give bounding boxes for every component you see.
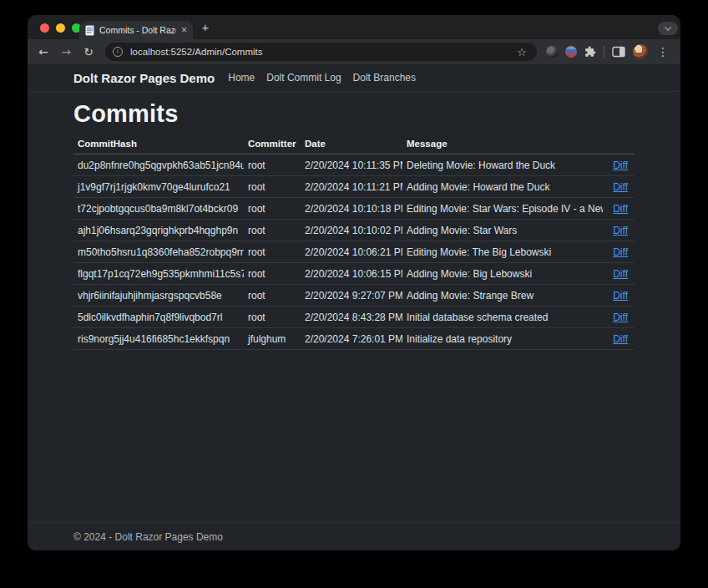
commit-hash: du2p8nfnre0hg5qgvpkh63ab51jcn84u [73,155,244,176]
toolbar-divider [604,46,604,58]
header-committer: Committer [244,135,301,155]
table-row: m50tho5hsru1q8360feha852robpq9rr root 2/… [73,241,635,263]
extension-icon[interactable] [546,46,558,58]
commit-date: 2/20/2024 10:06:15 PM [301,263,402,285]
tab-search-button[interactable] [658,22,678,35]
commit-committer: root [244,241,301,263]
commits-table: CommitHash Committer Date Message du2p8n… [73,135,635,350]
browser-window: Commits - Dolt Razor Pages Demo × + ← → … [28,15,680,550]
nav-link-dolt-commit-log[interactable]: Dolt Commit Log [266,72,341,84]
browser-toolbar: ← → ↻ i localhost:5252/Admin/Commits ☆ ⋮ [28,39,680,64]
extensions-puzzle-icon[interactable] [584,46,596,58]
commit-date: 2/20/2024 10:10:02 PM [301,220,402,241]
commit-message: Adding Movie: Strange Brew [402,285,603,307]
reload-icon[interactable]: ↻ [81,46,96,58]
diff-link[interactable]: Diff [613,246,628,258]
page-favicon-icon [85,25,94,36]
commit-hash: ris9norg5jj4u416fi685hc1ekkfspqn [73,328,244,350]
commit-committer: root [244,155,301,176]
forward-icon[interactable]: → [58,46,73,58]
commit-date: 2/20/2024 7:26:01 PM [301,328,402,350]
commit-committer: jfulghum [244,328,301,350]
table-row: vhjr6iinifajuhjihmjasrgspqcvb58e root 2/… [73,285,635,307]
table-row: j1v9gf7rj1rjgk0kmv70ge4lurufco21 root 2/… [73,176,635,198]
commit-date: 2/20/2024 10:11:35 PM [301,155,402,176]
table-row: ajh1j06hsarq23gqrighkprb4hqghp9n root 2/… [73,220,635,241]
nav-link-dolt-branches[interactable]: Dolt Branches [353,72,416,84]
header-diff [603,135,635,155]
commit-message: Editing Movie: Star Wars: Episode IV - a… [402,198,603,220]
commit-committer: root [244,285,301,307]
site-nav-links: Home Dolt Commit Log Dolt Branches [228,72,416,84]
commit-committer: root [244,307,301,328]
diff-link[interactable]: Diff [613,268,628,280]
diff-link[interactable]: Diff [613,160,628,171]
tab-strip: Commits - Dolt Razor Pages Demo × + [28,15,680,39]
back-icon[interactable]: ← [36,46,51,58]
table-header-row: CommitHash Committer Date Message [73,135,635,155]
traffic-lights[interactable] [40,23,81,33]
commit-committer: root [244,263,301,285]
bookmark-star-icon[interactable]: ☆ [514,47,529,58]
header-commithash: CommitHash [73,135,244,155]
commit-date: 2/20/2024 10:06:21 PM [301,241,402,263]
diff-link[interactable]: Diff [613,290,628,302]
close-tab-icon[interactable]: × [181,25,187,35]
commit-committer: root [244,176,301,198]
nav-link-home[interactable]: Home [228,72,255,84]
commit-hash: vhjr6iinifajuhjihmjasrgspqcvb58e [73,285,244,307]
diff-link[interactable]: Diff [613,312,628,323]
commit-message: Initial database schema created [402,307,603,328]
browser-menu-icon[interactable]: ⋮ [655,46,670,58]
commit-date: 2/20/2024 8:43:28 PM [301,307,402,328]
footer-text: © 2024 - Dolt Razor Pages Demo [73,531,223,543]
minimize-window-button[interactable] [56,23,65,33]
new-tab-button[interactable]: + [197,19,214,36]
close-window-button[interactable] [40,23,49,33]
profile-avatar[interactable] [633,44,648,59]
commit-message: Editing Movie: The Big Lebowski [402,241,603,263]
commit-date: 2/20/2024 10:10:18 PM [301,198,402,220]
commit-message: Deleting Movie: Howard the Duck [402,155,603,176]
header-message: Message [402,135,603,155]
chevron-down-icon [665,23,671,30]
diff-link[interactable]: Diff [613,203,628,215]
diff-link[interactable]: Diff [613,333,628,345]
diff-link[interactable]: Diff [613,225,628,236]
commit-hash: 5dlc0ilkvdfhaphin7q8f9livqbod7rl [73,307,244,328]
commit-hash: flgqt17p1cq72eh9g535pkmhmi11c5s7 [73,263,244,285]
commit-message: Adding Movie: Star Wars [402,220,603,241]
page-title: Commits [73,100,635,128]
commit-hash: t72cjpobtgqcus0ba9m8kl7ot4bckr09 [73,198,244,220]
commit-hash: ajh1j06hsarq23gqrighkprb4hqghp9n [73,220,244,241]
extension-icon[interactable] [565,46,577,58]
table-row: flgqt17p1cq72eh9g535pkmhmi11c5s7 root 2/… [73,263,635,285]
commit-committer: root [244,198,301,220]
main-content: Commits CommitHash Committer Date Messag… [28,100,680,350]
commit-date: 2/20/2024 10:11:21 PM [301,176,402,198]
site-brand[interactable]: Dolt Razor Pages Demo [73,71,215,85]
url-text[interactable]: localhost:5252/Admin/Commits [130,47,263,57]
address-bar[interactable]: i localhost:5252/Admin/Commits ☆ [105,43,537,61]
side-panel-icon[interactable] [612,46,625,58]
commit-date: 2/20/2024 9:27:07 PM [301,285,402,307]
tab-title: Commits - Dolt Razor Pages Demo [99,25,176,35]
table-row: t72cjpobtgqcus0ba9m8kl7ot4bckr09 root 2/… [73,198,635,220]
commit-committer: root [244,220,301,241]
table-row: du2p8nfnre0hg5qgvpkh63ab51jcn84u root 2/… [73,155,635,176]
table-row: 5dlc0ilkvdfhaphin7q8f9livqbod7rl root 2/… [73,307,635,328]
commit-message: Adding Movie: Big Lebowski [402,263,603,285]
site-info-icon[interactable]: i [113,47,123,57]
web-page: Dolt Razor Pages Demo Home Dolt Commit L… [28,64,680,550]
browser-tab[interactable]: Commits - Dolt Razor Pages Demo × [79,21,193,39]
table-row: ris9norg5jj4u416fi685hc1ekkfspqn jfulghu… [73,328,635,350]
commit-message: Adding Movie: Howard the Duck [402,176,603,198]
site-footer: © 2024 - Dolt Razor Pages Demo [28,522,680,550]
commit-rows: du2p8nfnre0hg5qgvpkh63ab51jcn84u root 2/… [73,155,635,350]
commit-message: Initialize data repository [402,328,603,350]
commit-hash: j1v9gf7rj1rjgk0kmv70ge4lurufco21 [73,176,244,198]
header-date: Date [301,135,402,155]
diff-link[interactable]: Diff [613,181,628,193]
commit-hash: m50tho5hsru1q8360feha852robpq9rr [73,241,244,263]
site-navbar: Dolt Razor Pages Demo Home Dolt Commit L… [28,64,680,92]
